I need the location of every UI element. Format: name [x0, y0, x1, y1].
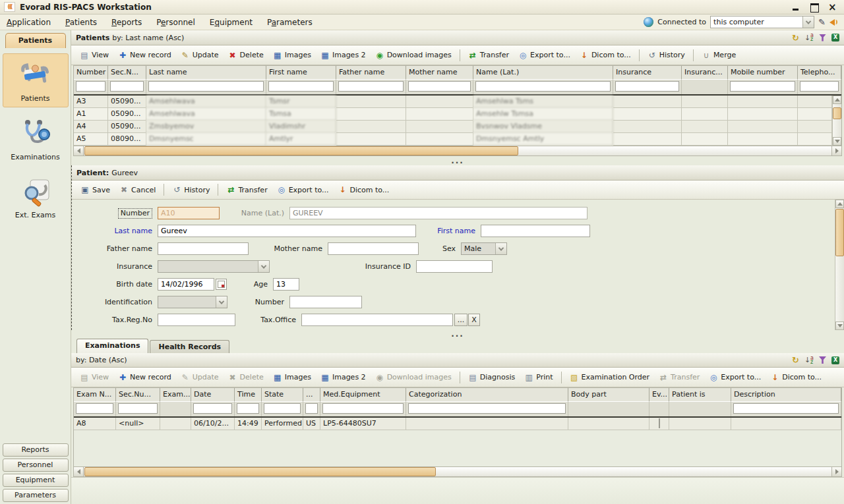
save-button[interactable]: ▣Save	[76, 184, 115, 196]
column-header[interactable]: Mother name	[406, 66, 473, 80]
scroll-down-arrow[interactable]	[833, 137, 841, 146]
patients-horizontal-scrollbar[interactable]	[73, 146, 842, 156]
father-name-field[interactable]	[158, 242, 249, 255]
images-button[interactable]: ▦Images	[268, 49, 316, 61]
sex-select[interactable]: Male	[461, 242, 507, 255]
scroll-up-arrow[interactable]	[833, 96, 841, 104]
column-header[interactable]: Categorization	[406, 388, 568, 402]
export-to-button[interactable]: ◎Export to...	[272, 184, 334, 196]
mother-name-field[interactable]	[328, 242, 419, 255]
scroll-left-arrow[interactable]	[74, 146, 84, 155]
export-to-button[interactable]: ◎Export to...	[514, 49, 575, 61]
dicom-to-button[interactable]: ↓Dicom to...	[766, 371, 826, 383]
download-images-button[interactable]: ◉Download images	[371, 371, 456, 383]
scroll-left-arrow[interactable]	[74, 467, 84, 476]
menu-personnel[interactable]: Personnel	[156, 18, 195, 27]
number-field[interactable]	[158, 207, 220, 219]
scroll-right-arrow[interactable]	[831, 467, 841, 476]
column-header[interactable]: Telepho...	[798, 66, 841, 80]
tax-office-clear-button[interactable]: X	[468, 314, 480, 326]
history-button[interactable]: ↺History	[643, 49, 690, 61]
chevron-down-icon[interactable]	[802, 16, 814, 28]
evaluated-checkbox[interactable]	[659, 418, 660, 428]
filter-input[interactable]	[338, 81, 404, 92]
view-button[interactable]: ▤View	[75, 49, 113, 61]
identification-select[interactable]	[158, 296, 227, 308]
filter-input[interactable]	[118, 403, 158, 414]
menu-reports[interactable]: Reports	[111, 18, 142, 27]
sort-az-icon[interactable]: ↓az	[804, 356, 814, 364]
filter-input[interactable]	[264, 403, 301, 414]
examinations-horizontal-scrollbar[interactable]	[73, 466, 842, 477]
dicom-to-button[interactable]: ↓Dicom to...	[575, 49, 636, 61]
sidebar-button-personnel[interactable]: Personnel	[3, 459, 69, 472]
filter-input[interactable]	[730, 81, 795, 92]
column-header[interactable]: Ev...	[649, 388, 669, 402]
transfer-button[interactable]: ⇄Transfer	[654, 371, 704, 383]
filter-input[interactable]	[193, 403, 232, 414]
table-row[interactable]: A8 <null> 06/10/2... 14:49 Performed US …	[74, 418, 841, 430]
age-field[interactable]	[273, 278, 299, 291]
sidebar-item-examinations[interactable]: Examinations	[3, 113, 69, 165]
filter-input[interactable]	[408, 81, 471, 92]
column-header[interactable]: Date	[191, 388, 235, 402]
filter-input[interactable]	[148, 81, 264, 92]
export-to-button[interactable]: ◎Export to...	[704, 371, 766, 383]
table-row[interactable]: A3 05090... Amsehlwava Tsmsr Amsehlwa Ts…	[74, 96, 832, 108]
sidebar-button-reports[interactable]: Reports	[3, 443, 69, 457]
delete-button[interactable]: ✖Delete	[224, 49, 268, 61]
column-header[interactable]: Sec.Nu...	[116, 388, 160, 402]
transfer-button[interactable]: ⇄Transfer	[464, 49, 514, 61]
filter-input[interactable]	[110, 81, 144, 92]
column-header[interactable]: Exam N...	[74, 388, 116, 402]
diagnosis-button[interactable]: ▤Diagnosis	[464, 371, 520, 383]
column-header[interactable]: Sec.N...	[108, 66, 146, 80]
splitter[interactable]: ...	[71, 156, 844, 165]
sidebar-button-equipment[interactable]: Equipment	[3, 474, 69, 487]
calendar-icon[interactable]	[216, 279, 227, 290]
transfer-button[interactable]: ⇄Transfer	[222, 184, 272, 196]
menu-equipment[interactable]: Equipment	[210, 18, 253, 27]
column-header[interactable]: Patient is	[669, 388, 731, 402]
birth-date-field[interactable]	[158, 278, 214, 291]
filter-input[interactable]	[475, 81, 611, 92]
table-row[interactable]: A5 08090... Dmsnyemsc Amtlyr Dmsnyemsc A…	[74, 133, 832, 146]
edit-connection-icon[interactable]: ✎	[818, 17, 826, 27]
name-lat-field[interactable]	[289, 207, 588, 219]
merge-button[interactable]: ∪Merge	[697, 49, 740, 61]
scroll-thumb[interactable]	[835, 209, 844, 256]
sidebar-button-parameters[interactable]: Parameters	[3, 489, 69, 502]
cancel-button[interactable]: ✖Cancel	[115, 184, 160, 196]
sort-az-icon[interactable]: ↓az	[804, 34, 814, 42]
images2-button[interactable]: ▦Images 2	[316, 49, 371, 61]
scroll-up-arrow[interactable]	[835, 200, 844, 208]
filter-input[interactable]	[305, 403, 318, 414]
scroll-right-arrow[interactable]	[831, 146, 841, 155]
column-header[interactable]: Exam....	[160, 388, 191, 402]
splitter[interactable]: ...	[71, 330, 844, 338]
filter-input[interactable]	[615, 81, 679, 92]
sidebar-item-patients[interactable]: Patients	[3, 53, 69, 107]
insurance-select[interactable]	[158, 260, 270, 273]
column-header[interactable]: Med.Equipment	[320, 388, 406, 402]
tab-examinations[interactable]: Examinations	[76, 339, 148, 353]
column-header[interactable]: Mobile number	[728, 66, 798, 80]
connection-select[interactable]: this computer	[710, 16, 814, 28]
last-name-field[interactable]	[158, 225, 416, 237]
download-images-button[interactable]: ◉Download images	[371, 49, 456, 61]
insurance-id-field[interactable]	[416, 260, 493, 273]
menu-application[interactable]: Application	[7, 18, 51, 27]
form-vertical-scrollbar[interactable]	[835, 200, 844, 330]
patients-vertical-scrollbar[interactable]	[832, 96, 841, 146]
column-header[interactable]: Number	[74, 66, 108, 80]
column-header[interactable]: Insuranc...	[682, 66, 728, 80]
close-button[interactable]: ×	[828, 3, 837, 11]
column-header[interactable]: Body part	[568, 388, 649, 402]
column-header[interactable]: Description	[731, 388, 841, 402]
column-header[interactable]: Time	[235, 388, 262, 402]
speaker-icon[interactable]	[829, 19, 837, 26]
first-name-field[interactable]	[481, 225, 590, 237]
excel-export-icon[interactable]: X	[831, 34, 839, 42]
column-header[interactable]: Insurance	[613, 66, 682, 80]
tax-reg-no-field[interactable]	[158, 314, 235, 326]
